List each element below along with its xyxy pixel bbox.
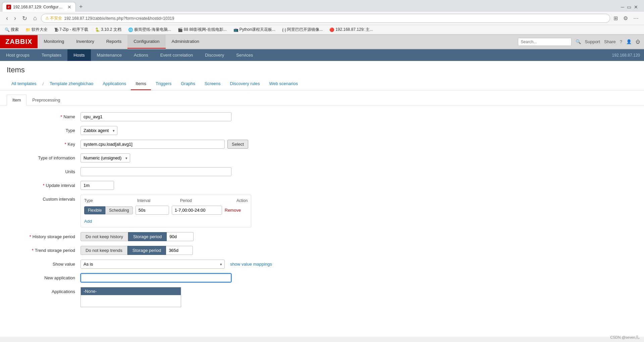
type-of-info-label: Type of information xyxy=(7,153,80,160)
bookmark-python[interactable]: 📺 Python课程天花板... xyxy=(231,26,277,33)
units-row: Units xyxy=(7,167,637,176)
bookmark-docs[interactable]: 🐍 3.10.2 文档 xyxy=(93,26,123,33)
settings-button[interactable]: ⚙ xyxy=(622,14,629,23)
show-value-select[interactable]: As is xyxy=(80,260,225,269)
history-no-keep-button[interactable]: Do not keep history xyxy=(80,232,128,241)
forward-button[interactable]: › xyxy=(12,14,18,22)
top-nav: ZABBIX Monitoring Inventory Reports Conf… xyxy=(0,35,644,49)
trend-storage-button[interactable]: Storage period xyxy=(127,246,166,255)
subnav-discovery[interactable]: Discovery xyxy=(199,49,230,61)
show-value-mappings-link[interactable]: show value mappings xyxy=(230,262,272,267)
close-tab-button[interactable]: ✕ xyxy=(67,4,71,10)
type-of-info-field: Numeric (unsigned) xyxy=(80,153,637,162)
flexible-button[interactable]: Flexible xyxy=(84,206,105,214)
tab-web-scenarios[interactable]: Web scenarios xyxy=(264,78,303,90)
tab-discovery-rules[interactable]: Discovery rules xyxy=(225,78,265,90)
applications-list[interactable]: -None- xyxy=(80,287,181,307)
update-interval-input[interactable] xyxy=(80,181,114,190)
extensions-button[interactable]: ⊞ xyxy=(612,14,619,23)
form-tab-preprocessing[interactable]: Preprocessing xyxy=(26,94,66,105)
subnav-templates[interactable]: Templates xyxy=(36,49,67,61)
close-window-button[interactable]: ✕ xyxy=(634,4,638,10)
trend-row: Trend storage period Do not keep trends … xyxy=(7,246,637,255)
user-icon[interactable]: 👤 xyxy=(626,39,632,44)
global-search-input[interactable] xyxy=(518,38,572,46)
support-link[interactable]: Support xyxy=(585,39,600,44)
tab-items[interactable]: Items xyxy=(131,78,151,90)
bookmark-aliyun[interactable]: (-) 阿里巴巴开源镜像... xyxy=(280,26,325,33)
interval-value-input[interactable] xyxy=(136,206,169,215)
subnav-event-correlation[interactable]: Event correlation xyxy=(154,49,199,61)
trend-no-keep-button[interactable]: Do not keep trends xyxy=(80,246,127,255)
subnav-services[interactable]: Services xyxy=(230,49,259,61)
subnav-host-groups[interactable]: Host groups xyxy=(0,49,36,61)
bookmark-software[interactable]: 📁 软件大全 xyxy=(23,26,50,33)
back-button[interactable]: ‹ xyxy=(4,14,10,22)
interval-box: Type Interval Period Action Flexible Sch… xyxy=(80,195,251,227)
new-application-input[interactable] xyxy=(80,273,231,282)
trend-storage-group: Do not keep trends Storage period xyxy=(80,246,193,255)
share-link[interactable]: Share xyxy=(604,39,616,44)
history-value-input[interactable] xyxy=(167,232,194,241)
tab-graphs[interactable]: Graphs xyxy=(176,78,200,90)
search-icon[interactable]: 🔍 xyxy=(576,39,581,44)
bookmark-wallpaper[interactable]: 🌐 极简壁纸-海量电脑... xyxy=(126,26,173,33)
minimize-button[interactable]: ─ xyxy=(621,4,624,10)
subnav-actions[interactable]: Actions xyxy=(128,49,154,61)
menu-button[interactable]: ⋯ xyxy=(632,14,640,23)
tab-triggers[interactable]: Triggers xyxy=(151,78,176,90)
sub-nav: Host groups Templates Hosts Maintenance … xyxy=(0,49,644,61)
new-tab-button[interactable]: + xyxy=(77,3,85,10)
bookmark-88[interactable]: 🎬 88 88影视网-在线电影... xyxy=(176,26,229,33)
trend-value-input[interactable] xyxy=(166,246,193,255)
refresh-button[interactable]: ↻ xyxy=(20,14,29,23)
nav-reports[interactable]: Reports xyxy=(100,35,128,49)
tab-applications[interactable]: Applications xyxy=(98,78,131,90)
tab-screens[interactable]: Screens xyxy=(200,78,225,90)
type-of-info-select[interactable]: Numeric (unsigned) xyxy=(80,153,130,162)
bookmark-7zip[interactable]: 🗜 7-Zip - 程序下载 xyxy=(52,26,90,33)
power-icon[interactable]: ⏻ xyxy=(636,39,640,44)
nav-inventory[interactable]: Inventory xyxy=(70,35,100,49)
key-input[interactable] xyxy=(80,140,225,149)
name-input[interactable] xyxy=(80,112,231,121)
form-tab-item[interactable]: Item xyxy=(7,94,26,106)
subnav-hosts[interactable]: Hosts xyxy=(67,49,91,61)
name-row: Name xyxy=(7,112,637,121)
home-button[interactable]: ⌂ xyxy=(31,14,39,22)
remove-link[interactable]: Remove xyxy=(225,208,241,213)
tab-nav: All templates / Template zhengbichao App… xyxy=(0,78,644,90)
scheduling-button[interactable]: Scheduling xyxy=(105,206,132,214)
show-value-label: Show value xyxy=(7,260,80,267)
subnav-maintenance[interactable]: Maintenance xyxy=(91,49,128,61)
type-select[interactable]: Zabbix agent xyxy=(80,126,117,135)
breadcrumb-template-name[interactable]: Template zhengbichao xyxy=(45,78,98,90)
interval-action-header: Action xyxy=(236,198,248,203)
address-bar[interactable]: ⚠ 不安全 192.168.87.129/zabbix/items.php?fo… xyxy=(41,14,610,23)
browser-tab[interactable]: Z 192.168.87.129: Configuration of ✕ xyxy=(2,2,76,12)
custom-intervals-label: Custom intervals xyxy=(7,195,80,202)
restore-button[interactable]: ▭ xyxy=(627,4,631,10)
history-label: History storage period xyxy=(7,232,80,239)
type-of-info-row: Type of information Numeric (unsigned) xyxy=(7,153,637,162)
units-input[interactable] xyxy=(80,167,231,176)
type-select-wrapper: Zabbix agent xyxy=(80,126,117,135)
add-link[interactable]: Add xyxy=(84,219,92,224)
bookmark-zabbix[interactable]: 🔴 192.168.87.129: 主... xyxy=(327,26,375,33)
form-tabs: Item Preprocessing xyxy=(0,90,644,106)
select-button[interactable]: Select xyxy=(227,140,248,149)
footer: CSDN @seven几. xyxy=(610,335,640,337)
bookmark-search[interactable]: 🔍 搜索 xyxy=(3,26,21,33)
help-icon[interactable]: ? xyxy=(620,39,622,44)
nav-administration[interactable]: Administration xyxy=(166,35,205,49)
applications-row: Applications -None- xyxy=(7,287,637,307)
favicon: Z xyxy=(6,5,11,9)
interval-period-input[interactable] xyxy=(172,206,222,215)
nav-configuration[interactable]: Configuration xyxy=(127,35,165,49)
history-storage-button[interactable]: Storage period xyxy=(128,232,167,241)
form-content: Name Type Zabbix agent Key Select xyxy=(0,106,644,319)
applications-list-item[interactable]: -None- xyxy=(81,287,181,295)
nav-monitoring[interactable]: Monitoring xyxy=(38,35,70,49)
name-field xyxy=(80,112,637,121)
breadcrumb-all-templates[interactable]: All templates xyxy=(7,78,41,90)
